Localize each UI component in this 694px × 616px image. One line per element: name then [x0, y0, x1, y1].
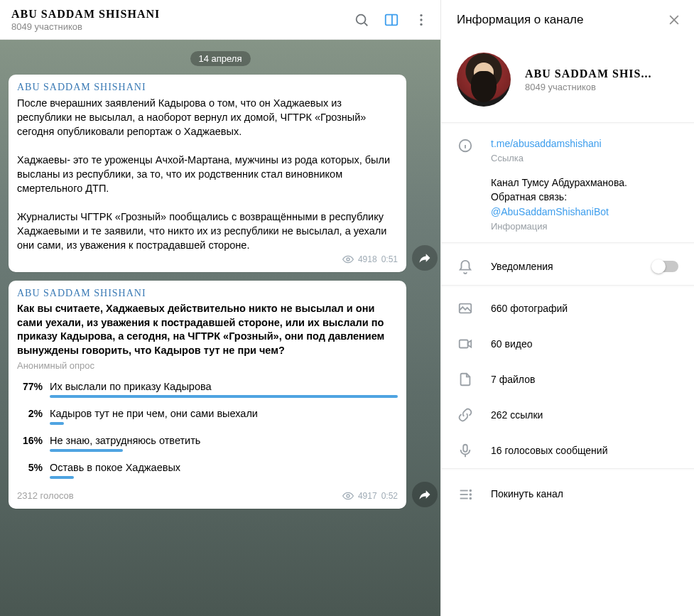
leave-label: Покинуть канал	[491, 488, 563, 499]
videos-label: 60 видео	[491, 338, 532, 350]
search-icon[interactable]	[354, 12, 369, 28]
poll-question: Как вы считаете, Хаджаевых действительно…	[17, 302, 398, 357]
message-views: 4918	[358, 254, 377, 264]
leave-channel-row[interactable]: Покинуть канал	[441, 474, 694, 514]
poll-percent: 5%	[17, 462, 43, 479]
channel-name: ABU SADDAM SHISHANI	[11, 8, 354, 21]
info-icon	[457, 136, 474, 153]
svg-rect-16	[463, 445, 467, 452]
message-sender[interactable]: ABU SADDAM SHISHANI	[17, 82, 398, 93]
message-sender[interactable]: ABU SADDAM SHISHANI	[17, 288, 398, 299]
mic-icon	[457, 443, 474, 458]
poll-message[interactable]: ABU SADDAM SHISHANI Как вы считаете, Хад…	[9, 281, 406, 509]
videos-row[interactable]: 60 видео	[441, 326, 694, 362]
file-icon	[457, 372, 474, 387]
svg-point-21	[470, 490, 471, 491]
more-menu-icon[interactable]	[413, 12, 429, 28]
message-time: 0:51	[381, 254, 398, 264]
desc-label: Информация	[491, 220, 678, 234]
subscriber-count: 8049 участников	[11, 21, 354, 32]
poll-bar	[50, 422, 64, 425]
avatar[interactable]	[457, 53, 511, 107]
poll-option-label: Оставь в покое Хаджаевых	[50, 462, 398, 473]
poll-option[interactable]: 77% Их выслали по приказу Кадырова	[17, 381, 398, 398]
poll-percent: 2%	[17, 408, 43, 425]
poll-option[interactable]: 16% Не знаю, затрудняюсь ответить	[17, 435, 398, 452]
svg-point-6	[420, 23, 422, 25]
message-views: 4917	[358, 491, 377, 501]
channel-desc-line1: Канал Тумсу Абдурахманова.	[491, 175, 678, 190]
info-panel-title: Информация о канале	[457, 13, 583, 27]
link-label: Ссылка	[491, 152, 678, 166]
sidebar-toggle-icon[interactable]	[384, 12, 399, 28]
svg-point-8	[347, 495, 349, 497]
video-icon	[457, 336, 474, 352]
links-row[interactable]: 262 ссылки	[441, 397, 694, 433]
header-icons	[354, 12, 429, 28]
profile-section: ABU SADDAM SHIS... 8049 участников	[441, 40, 694, 122]
share-button[interactable]	[412, 482, 438, 507]
links-label: 262 ссылки	[491, 409, 543, 421]
poll-subtitle: Анонимный опрос	[17, 360, 398, 371]
date-badge: 14 апреля	[190, 51, 251, 66]
info-panel: Информация о канале ABU SADDAM SHIS... 8…	[440, 0, 694, 616]
poll-option-label: Их выслали по приказу Кадырова	[50, 381, 398, 392]
poll-option-label: Не знаю, затрудняюсь ответить	[50, 435, 398, 446]
views-icon	[342, 490, 354, 502]
share-button[interactable]	[412, 245, 438, 271]
photo-icon	[457, 301, 474, 316]
message[interactable]: ABU SADDAM SHISHANI После вчерашних заяв…	[9, 75, 406, 272]
photos-row[interactable]: 660 фотографий	[441, 291, 694, 326]
message-meta: 4917 0:52	[342, 490, 398, 502]
poll-percent: 16%	[17, 435, 43, 452]
channel-link[interactable]: t.me/abusaddamshishani	[491, 136, 678, 151]
chat-header: ABU SADDAM SHISHANI 8049 участников	[0, 0, 440, 40]
poll-bar	[50, 476, 74, 479]
info-header: Информация о канале	[441, 0, 694, 40]
svg-point-7	[347, 258, 349, 261]
notifications-row[interactable]: Уведомления	[441, 248, 694, 285]
svg-rect-15	[460, 340, 468, 347]
bell-icon	[457, 258, 474, 275]
svg-point-23	[470, 497, 471, 499]
profile-subscribers: 8049 участников	[525, 82, 651, 92]
leave-icon	[457, 485, 474, 502]
message-meta: 4918 0:51	[17, 254, 398, 265]
svg-point-5	[420, 18, 422, 21]
poll-option[interactable]: 5% Оставь в покое Хаджаевых	[17, 462, 398, 479]
channel-desc-line2: Обратная связь:	[491, 190, 678, 204]
photos-label: 660 фотографий	[491, 303, 568, 314]
views-icon	[342, 254, 354, 265]
channel-bot-link[interactable]: @AbuSaddamShishaniBot	[491, 205, 678, 219]
info-link-row: t.me/abusaddamshishani Ссылка Канал Тумс…	[441, 128, 694, 242]
message-time: 0:52	[381, 491, 398, 501]
files-row[interactable]: 7 файлов	[441, 362, 694, 397]
poll-percent: 77%	[17, 381, 43, 398]
poll-bar	[50, 395, 398, 398]
close-icon[interactable]	[667, 13, 681, 27]
notifications-label: Уведомления	[491, 261, 636, 272]
profile-name: ABU SADDAM SHIS...	[525, 67, 651, 80]
poll-option[interactable]: 2% Кадыров тут не при чем, они сами выех…	[17, 408, 398, 425]
svg-point-4	[420, 13, 422, 16]
svg-point-22	[470, 494, 471, 495]
svg-line-1	[364, 23, 367, 26]
voice-label: 16 голосовых сообщений	[491, 445, 607, 456]
poll-option-label: Кадыров тут не при чем, они сами выехали	[50, 408, 398, 419]
chat-body[interactable]: 14 апреля ABU SADDAM SHISHANI После вчер…	[0, 40, 440, 616]
chat-header-title-area[interactable]: ABU SADDAM SHISHANI 8049 участников	[11, 8, 354, 32]
link-icon	[457, 407, 474, 423]
svg-point-0	[357, 14, 366, 23]
message-text: После вчерашних заявлений Кадырова о том…	[17, 96, 398, 252]
notifications-toggle[interactable]	[653, 261, 678, 272]
poll-bar	[50, 449, 123, 452]
chat-panel: ABU SADDAM SHISHANI 8049 участников 14 а…	[0, 0, 440, 616]
poll-votes: 2312 голосов	[17, 490, 74, 501]
files-label: 7 файлов	[491, 374, 535, 385]
voice-row[interactable]: 16 голосовых сообщений	[441, 433, 694, 468]
